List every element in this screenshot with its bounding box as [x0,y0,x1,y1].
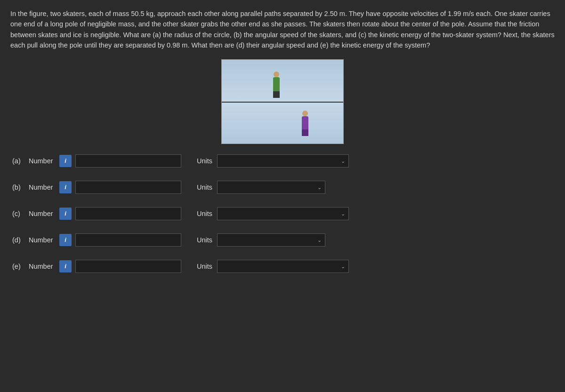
skater-top-figure [271,72,282,97]
figure-wrapper [10,59,555,144]
number-label-d: Number [29,236,59,244]
skater-top-legs [273,91,280,98]
answer-row-c: (c) Number i Units ⌄ [10,207,555,220]
info-button-a[interactable]: i [59,155,72,167]
number-label-c: Number [29,210,59,217]
units-select-wrapper-d: ⌄ [217,233,325,247]
problem-text: In the figure, two skaters, each of mass… [10,8,555,51]
units-label-b: Units [190,184,212,191]
skater-bottom-body [302,116,308,129]
skater-bottom-legs [302,129,308,136]
units-label-d: Units [190,236,212,244]
number-label-a: Number [29,157,59,165]
units-select-wrapper-c: ⌄ [217,207,349,220]
part-label-a: (a) [12,157,29,165]
skater-top-head [274,72,279,77]
number-input-c[interactable] [75,207,181,220]
units-select-a[interactable] [217,154,349,168]
answer-row-b: (b) Number i Units ⌄ [10,181,555,194]
info-button-c[interactable]: i [59,208,72,220]
units-label-a: Units [190,157,212,165]
number-input-b[interactable] [75,181,181,194]
number-label-b: Number [29,184,59,191]
units-select-wrapper-e: ⌄ [217,260,349,273]
units-select-wrapper-b: ⌄ [217,181,325,194]
ice-top [222,60,343,102]
ice-bottom [222,101,343,144]
number-input-a[interactable] [75,154,181,168]
units-select-e[interactable] [217,260,349,273]
units-label-e: Units [190,263,212,270]
units-select-b[interactable] [217,181,325,194]
main-container: In the figure, two skaters, each of mass… [0,0,565,296]
number-label-e: Number [29,263,59,270]
number-input-e[interactable] [75,260,181,273]
answer-row-d: (d) Number i Units ⌄ [10,233,555,247]
skater-top-body [273,77,280,91]
info-button-b[interactable]: i [59,181,72,193]
part-label-d: (d) [12,236,29,244]
number-input-d[interactable] [75,233,181,247]
units-select-wrapper-a: ⌄ [217,154,349,168]
answer-row-a: (a) Number i Units ⌄ [10,154,555,168]
units-label-c: Units [190,210,212,217]
info-button-e[interactable]: i [59,260,72,272]
info-button-d[interactable]: i [59,234,72,246]
part-label-e: (e) [12,263,29,270]
skater-bottom-head [302,111,308,116]
divider-line [222,102,343,103]
answer-row-e: (e) Number i Units ⌄ [10,260,555,273]
units-select-d[interactable] [217,233,325,247]
units-select-c[interactable] [217,207,349,220]
skater-bottom-figure [300,111,310,136]
skater-figure [221,59,344,144]
part-label-b: (b) [12,184,29,191]
part-label-c: (c) [12,210,29,217]
